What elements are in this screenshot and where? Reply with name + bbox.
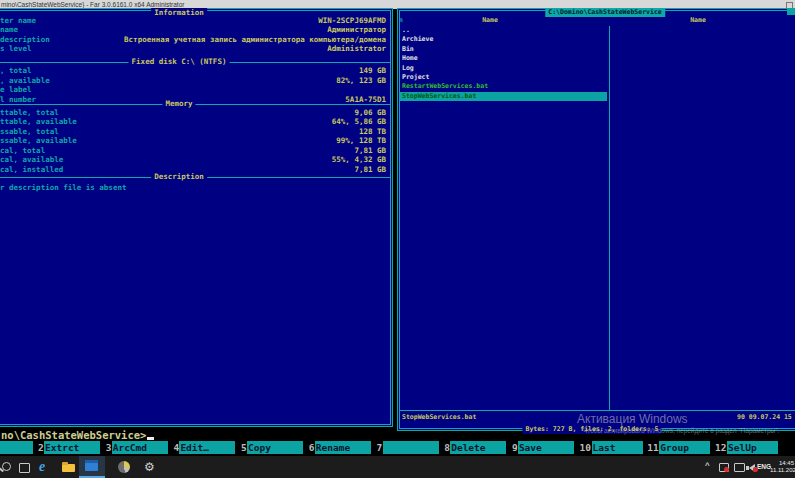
list-item-file-selected[interactable]: StopWebServices.bat [400, 92, 607, 101]
list-item-folder[interactable]: Home [400, 54, 607, 63]
column-header-name-1: Name [400, 16, 580, 24]
fkey-8[interactable]: Delete [450, 441, 506, 454]
activation-watermark-subtitle: Чтобы активировать Windows, перейдите в … [583, 427, 779, 434]
info-row: ttable, available64%, 5,86 GB [0, 117, 386, 127]
fkey-10[interactable]: Last [592, 441, 643, 454]
task-view-icon[interactable] [19, 463, 30, 473]
fkey-4[interactable]: Edit… [179, 441, 235, 454]
column-header-name-2: Name [608, 16, 788, 24]
list-item-updir[interactable]: .. [400, 26, 607, 35]
info-row: descriptionВстроенная учетная запись адм… [0, 35, 386, 45]
info-row: ssable, total128 TB [0, 127, 386, 137]
tray-date: 11.11.2024 [770, 467, 795, 473]
tray-clock[interactable]: 14:45 11.11.2024 [770, 460, 794, 474]
fkey-7[interactable] [383, 441, 439, 454]
fkey-5[interactable]: Copy [247, 441, 303, 454]
fkey-3[interactable]: ArcCmd [112, 441, 168, 454]
list-item-folder[interactable]: Project [400, 73, 607, 82]
active-console-app-button[interactable] [79, 456, 105, 478]
column-divider [609, 26, 610, 410]
tray-expand-chevron-icon[interactable]: ^ [705, 461, 710, 470]
disk-section-title: Fixed disk C:\ (NTFS) [129, 57, 230, 66]
info-row: , total149 GB [0, 66, 386, 76]
info-panel: Information ter nameWIN-2SCPJ69AFMD name… [0, 8, 393, 427]
fkey-2[interactable]: Extrct [44, 441, 100, 454]
list-item-folder[interactable]: Bin [400, 45, 607, 54]
internet-explorer-icon[interactable]: e [39, 459, 45, 475]
fkey-6[interactable]: Rename [315, 441, 371, 454]
status-divider [400, 410, 795, 411]
mute-badge [753, 467, 758, 472]
list-item-folder[interactable]: Archieve [400, 35, 607, 44]
taskbar: e ⚙ ^ ENG 14:45 11.11.2024 [0, 456, 795, 478]
settings-gear-icon[interactable]: ⚙ [144, 459, 155, 475]
command-prompt[interactable]: no\CashStateWebService> [1, 430, 146, 441]
info-row: nameАдминистратор [0, 25, 386, 35]
console-window-icon [85, 460, 98, 471]
search-icon[interactable] [2, 462, 11, 471]
memory-info-section: ttable, total9,06 GB ttable, available64… [0, 108, 386, 175]
function-keybar: 2 Extrct 3 ArcCmd 4 Edit… 5 Copy 6 Renam… [0, 441, 795, 454]
info-row: e label [0, 85, 386, 95]
description-section-title: Description [151, 172, 207, 181]
file-list: .. Archieve Bin Home Log Project Restart… [400, 26, 607, 101]
alert-badge [724, 467, 729, 472]
info-row: cal, total7,81 GB [0, 146, 386, 156]
activation-watermark-title: Активация Windows [577, 412, 688, 426]
file-explorer-icon[interactable] [62, 464, 75, 472]
file-panel: C:\Domino\CashStateWebService n Name Nam… [397, 8, 795, 431]
memory-section-title: Memory [162, 99, 195, 108]
pie-icon[interactable] [118, 461, 130, 473]
computer-info-section: ter nameWIN-2SCPJ69AFMD nameАдминистрато… [0, 16, 386, 54]
tray-time: 14:45 [779, 460, 794, 466]
info-row: ttable, total9,06 GB [0, 108, 386, 118]
fkey-12[interactable]: SelUp [727, 441, 778, 454]
list-item-folder[interactable]: Log [400, 64, 607, 73]
network-icon[interactable] [734, 463, 745, 472]
info-row: , available82%, 123 GB [0, 76, 386, 86]
language-indicator[interactable]: ENG [757, 463, 771, 470]
description-text: r description file is absent [0, 183, 126, 193]
fkey-1[interactable] [0, 441, 33, 454]
info-panel-title: Information [151, 8, 207, 17]
info-row: s levelAdministrator [0, 44, 386, 54]
info-row: cal, available55%, 4,32 GB [0, 155, 386, 165]
description-section: r description file is absent [0, 183, 386, 193]
list-item-file[interactable]: RestartWebServices.bat [400, 82, 607, 91]
file-panel-path[interactable]: C:\Domino\CashStateWebService [545, 8, 665, 17]
status-current-file: StopWebServices.bat [402, 413, 476, 421]
text-cursor [147, 437, 154, 440]
fkey-9[interactable]: Save [518, 441, 574, 454]
panel-header-fragment [787, 8, 795, 15]
fkey-11[interactable]: Group [659, 441, 710, 454]
window-title: mino\CashStateWebService} - Far 3.0.6161… [1, 1, 184, 8]
info-row: ssable, available99%, 128 TB [0, 136, 386, 146]
status-file-details: 90 09.07.24 15 [737, 413, 792, 421]
